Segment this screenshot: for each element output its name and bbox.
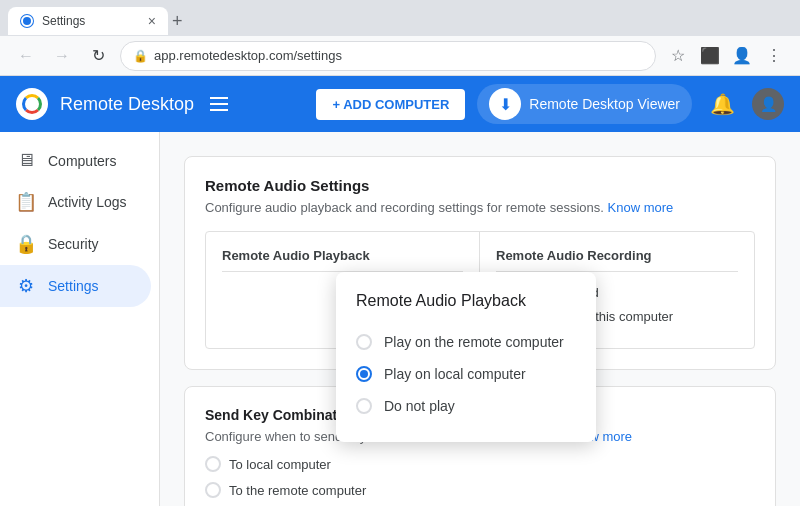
settings-icon: ⚙ [16,275,36,297]
forward-button[interactable]: → [48,42,76,70]
hamburger-line-1 [210,97,228,99]
avatar-button[interactable]: 👤 [752,88,784,120]
sidebar-item-computers[interactable]: 🖥 Computers [0,140,151,181]
audio-know-more-link[interactable]: Know more [608,200,674,215]
header-right-section: ⬇ Remote Desktop Viewer [477,84,692,124]
sidebar-item-settings[interactable]: ⚙ Settings [0,265,151,307]
back-button[interactable]: ← [12,42,40,70]
app-body: 🖥 Computers 📋 Activity Logs 🔒 Security ⚙… [0,132,800,506]
url-text: app.remotedesktop.com/settings [154,48,342,63]
url-bar[interactable]: 🔒 app.remotedesktop.com/settings [120,41,656,71]
profile-button[interactable]: 👤 [728,42,756,70]
sidebar-item-security-label: Security [48,236,99,252]
do-not-play-label: Do not play [384,398,455,414]
app-header: Remote Desktop + ADD COMPUTER ⬇ Remote D… [0,76,800,132]
sidebar-item-settings-label: Settings [48,278,99,294]
dropdown-title: Remote Audio Playback [356,292,576,310]
do-not-play-radio[interactable] [356,398,372,414]
address-bar: ← → ↻ 🔒 app.remotedesktop.com/settings ☆… [0,36,800,76]
refresh-button[interactable]: ↻ [84,42,112,70]
extensions-button[interactable]: ⬛ [696,42,724,70]
to-remote-label: To the remote computer [229,483,366,498]
viewer-label: Remote Desktop Viewer [529,96,680,112]
to-local-option[interactable]: To local computer [205,456,755,472]
tab-title: Settings [42,14,85,28]
bookmark-button[interactable]: ☆ [664,42,692,70]
audio-playback-dropdown: Remote Audio Playback Play on the remote… [336,272,596,442]
download-icon: ⬇ [489,88,521,120]
app-title: Remote Desktop [60,94,194,115]
to-local-radio[interactable] [205,456,221,472]
app: Remote Desktop + ADD COMPUTER ⬇ Remote D… [0,76,800,506]
sidebar-item-activity-logs-label: Activity Logs [48,194,127,210]
tab-close-button[interactable]: × [148,14,156,28]
sidebar: 🖥 Computers 📋 Activity Logs 🔒 Security ⚙… [0,132,160,506]
tab-bar: Settings × + [0,0,800,36]
hamburger-line-3 [210,109,228,111]
hamburger-line-2 [210,103,228,105]
to-remote-option[interactable]: To the remote computer [205,482,755,498]
recording-column-title: Remote Audio Recording [496,248,738,272]
active-tab[interactable]: Settings × [8,7,168,35]
play-local-radio[interactable] [356,366,372,382]
hamburger-menu-button[interactable] [206,93,232,115]
activity-logs-icon: 📋 [16,191,36,213]
do-not-play-option[interactable]: Do not play [356,390,576,422]
to-local-label: To local computer [229,457,331,472]
menu-button[interactable]: ⋮ [760,42,788,70]
play-remote-option[interactable]: Play on the remote computer [356,326,576,358]
sidebar-item-activity-logs[interactable]: 📋 Activity Logs [0,181,151,223]
sidebar-item-computers-label: Computers [48,153,116,169]
security-icon: 🔒 [16,233,36,255]
playback-column-title: Remote Audio Playback [222,248,463,272]
sidebar-item-security[interactable]: 🔒 Security [0,223,151,265]
play-remote-radio[interactable] [356,334,372,350]
computers-icon: 🖥 [16,150,36,171]
audio-settings-description: Configure audio playback and recording s… [205,200,755,215]
lock-icon: 🔒 [133,49,148,63]
audio-settings-title: Remote Audio Settings [205,177,755,194]
app-logo-icon [22,94,42,114]
play-remote-label: Play on the remote computer [384,334,564,350]
browser-chrome: Settings × + ← → ↻ 🔒 app.remotedesktop.c… [0,0,800,76]
play-local-option[interactable]: Play on local computer [356,358,576,390]
app-logo [16,88,48,120]
tab-favicon [20,14,34,28]
browser-actions: ☆ ⬛ 👤 ⋮ [664,42,788,70]
main-content: Remote Audio Settings Configure audio pl… [160,132,800,506]
play-local-label: Play on local computer [384,366,526,382]
notification-bell-button[interactable]: 🔔 [704,86,740,122]
new-tab-button[interactable]: + [172,11,183,32]
to-remote-radio[interactable] [205,482,221,498]
add-computer-button[interactable]: + ADD COMPUTER [316,89,465,120]
